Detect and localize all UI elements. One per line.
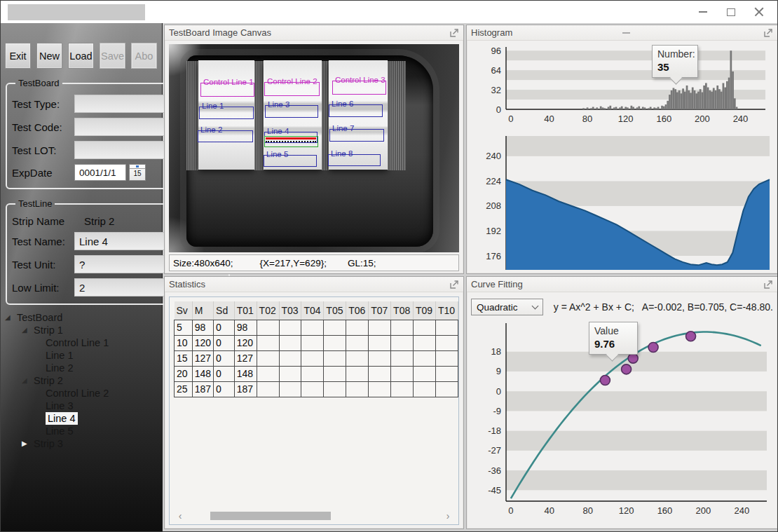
table-cell[interactable] xyxy=(369,350,391,366)
table-cell[interactable] xyxy=(435,335,458,350)
expand-panel-icon[interactable] xyxy=(449,28,459,38)
table-cell[interactable] xyxy=(435,366,458,381)
table-cell[interactable]: 127 xyxy=(234,350,257,366)
tree-item-line-5[interactable]: Line 5 xyxy=(1,425,162,437)
expand-panel-icon[interactable] xyxy=(763,280,773,289)
table-cell[interactable] xyxy=(369,320,391,335)
table-cell[interactable]: 0 xyxy=(214,381,235,397)
date-picker-button[interactable]: 15 xyxy=(129,164,146,181)
profile-chart[interactable]: 176192208224240 xyxy=(471,133,773,274)
table-cell[interactable]: 127 xyxy=(192,350,213,366)
table-cell[interactable]: 20 xyxy=(175,366,193,381)
table-cell[interactable]: 98 xyxy=(234,320,257,335)
table-cell[interactable]: 0 xyxy=(214,320,235,335)
scrollbar-track[interactable] xyxy=(188,510,440,522)
table-cell[interactable] xyxy=(346,335,369,350)
table-cell[interactable] xyxy=(257,381,279,397)
table-cell[interactable] xyxy=(346,320,369,335)
column-header-t04[interactable]: T04 xyxy=(301,301,324,320)
close-button[interactable] xyxy=(745,1,773,22)
region-line-2[interactable]: Line 2 xyxy=(198,130,253,142)
tree-item-testboard[interactable]: ◢TestBoard xyxy=(1,311,162,324)
table-cell[interactable] xyxy=(391,366,414,381)
table-cell[interactable] xyxy=(391,381,414,397)
region-line-6[interactable]: Line 6 xyxy=(329,104,383,117)
expander-expanded-icon[interactable]: ◢ xyxy=(5,311,17,324)
table-cell[interactable] xyxy=(391,335,414,350)
column-header-t09[interactable]: T09 xyxy=(414,301,436,320)
table-cell[interactable] xyxy=(324,350,346,366)
region-line-5[interactable]: Line 5 xyxy=(264,155,317,167)
table-cell[interactable] xyxy=(369,366,391,381)
histogram-chart[interactable]: 032649604080120160200240 Number: 35 xyxy=(471,43,773,129)
exit-button[interactable]: Exit xyxy=(5,43,31,69)
expand-panel-icon[interactable] xyxy=(449,280,459,289)
table-cell[interactable] xyxy=(301,335,324,350)
table-cell[interactable]: 98 xyxy=(192,320,213,335)
tree-item-control-line-1[interactable]: Control Line 1 xyxy=(1,336,162,349)
table-cell[interactable]: 0 xyxy=(214,366,235,381)
fit-type-dropdown[interactable]: Quadratic xyxy=(471,299,543,315)
table-cell[interactable] xyxy=(435,350,458,366)
column-header-t06[interactable]: T06 xyxy=(346,301,369,320)
column-header-sv[interactable]: Sv xyxy=(175,301,193,320)
tree-item-line-1[interactable]: Line 1 xyxy=(1,349,162,362)
table-cell[interactable] xyxy=(301,320,324,335)
table-cell[interactable] xyxy=(369,381,391,397)
table-cell[interactable] xyxy=(414,366,436,381)
column-header-t10[interactable]: T10 xyxy=(435,301,458,320)
table-cell[interactable] xyxy=(414,350,436,366)
table-cell[interactable] xyxy=(257,366,279,381)
column-header-sd[interactable]: Sd xyxy=(214,301,235,320)
minimize-button[interactable] xyxy=(689,1,717,22)
table-cell[interactable] xyxy=(257,335,279,350)
table-cell[interactable] xyxy=(257,320,279,335)
region-line-1[interactable]: Line 1 xyxy=(199,107,254,119)
table-cell[interactable] xyxy=(391,320,414,335)
table-cell[interactable] xyxy=(324,381,346,397)
maximize-button[interactable] xyxy=(717,1,745,22)
table-cell[interactable]: 25 xyxy=(175,381,193,397)
table-cell[interactable] xyxy=(301,381,324,397)
table-cell[interactable] xyxy=(279,335,301,350)
table-cell[interactable] xyxy=(324,366,346,381)
expander-expanded-icon[interactable]: ◢ xyxy=(22,374,34,387)
region-control-line-2[interactable]: Control Line 2 xyxy=(264,82,320,96)
table-cell[interactable] xyxy=(346,350,369,366)
table-cell[interactable]: 0 xyxy=(214,350,235,366)
scroll-left-icon[interactable]: ‹ xyxy=(172,510,188,521)
tree-item-line-3[interactable]: Line 3 xyxy=(1,400,162,412)
region-line-7[interactable]: Line 7 xyxy=(329,129,384,142)
about-button[interactable]: Abo xyxy=(131,43,157,69)
column-header-t05[interactable]: T05 xyxy=(324,301,346,320)
table-cell[interactable]: 0 xyxy=(214,335,235,350)
table-cell[interactable] xyxy=(324,320,346,335)
table-cell[interactable]: 187 xyxy=(192,381,213,397)
table-cell[interactable] xyxy=(414,335,436,350)
expdate-input[interactable] xyxy=(74,164,126,181)
board-photo[interactable]: Control Line 1Control Line 2Control Line… xyxy=(169,44,459,252)
table-cell[interactable]: 120 xyxy=(234,335,257,350)
region-line-8[interactable]: Line 8 xyxy=(328,154,381,166)
table-cell[interactable] xyxy=(346,381,369,397)
column-header-t01[interactable]: T01 xyxy=(234,301,257,320)
curve-chart[interactable]: 1890-9-18-27-36-4504080120160200240 Valu… xyxy=(471,319,773,524)
horizontal-scrollbar[interactable]: ‹ › xyxy=(172,510,456,522)
column-header-t02[interactable]: T02 xyxy=(257,301,279,320)
new-button[interactable]: New xyxy=(36,43,62,69)
column-header-t03[interactable]: T03 xyxy=(279,301,301,320)
table-cell[interactable] xyxy=(279,320,301,335)
table-cell[interactable] xyxy=(279,350,301,366)
table-cell[interactable] xyxy=(301,350,324,366)
scrollbar-thumb[interactable] xyxy=(210,512,331,520)
table-cell[interactable] xyxy=(279,381,301,397)
region-control-line-3[interactable]: Control Line 3 xyxy=(332,81,386,95)
save-button[interactable]: Save xyxy=(100,43,125,69)
table-cell[interactable] xyxy=(324,335,346,350)
table-cell[interactable]: 148 xyxy=(192,366,213,381)
tree-item-control-line-2[interactable]: Control Line 2 xyxy=(1,387,162,400)
table-cell[interactable] xyxy=(414,381,436,397)
table-cell[interactable]: 5 xyxy=(175,320,193,335)
table-cell[interactable] xyxy=(279,366,301,381)
column-header-t08[interactable]: T08 xyxy=(391,301,414,320)
